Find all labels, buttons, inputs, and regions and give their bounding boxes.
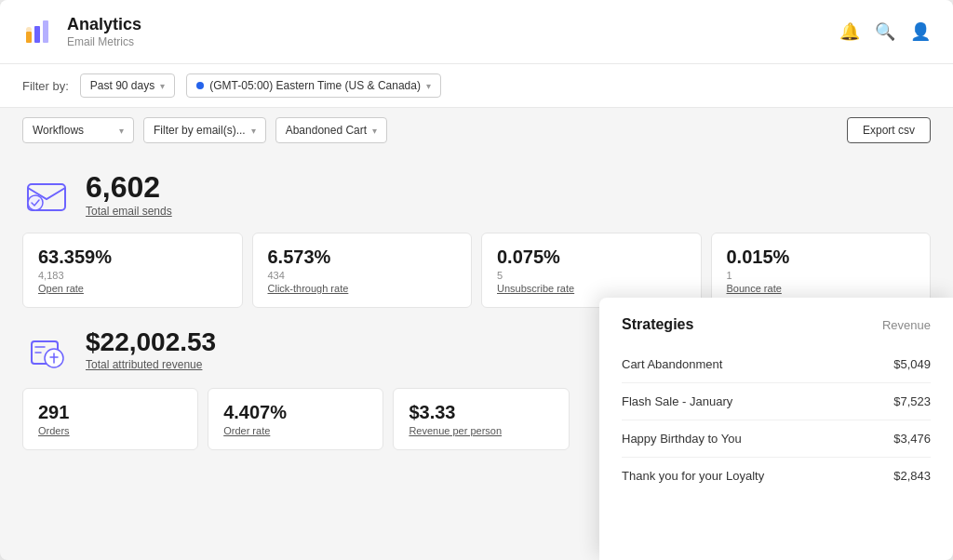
total-sends-value: 6,602 (86, 172, 172, 202)
open-rate-card: 63.359% 4,183 Open rate (22, 233, 243, 308)
ctr-value: 6.573% (268, 247, 457, 268)
svg-rect-2 (43, 20, 48, 43)
rev-per-person-label: Revenue per person (409, 425, 553, 436)
strategy-revenue: $2,843 (893, 469, 931, 483)
open-rate-value: 63.359% (38, 247, 227, 268)
bell-icon[interactable]: 🔔 (839, 21, 860, 42)
strategies-header: Strategies Revenue (622, 316, 931, 333)
orders-card: 291 Orders (22, 388, 198, 450)
strategy-row: Happy Birthday to You $3,476 (622, 420, 931, 458)
chevron-down-icon: ▾ (119, 126, 124, 136)
filter-bar: Filter by: Past 90 days ▾ (GMT-05:00) Ea… (0, 64, 953, 108)
email-filter-label: Filter by email(s)... (154, 124, 246, 137)
filter-label: Filter by: (22, 79, 69, 93)
timezone-filter[interactable]: (GMT-05:00) Eastern Time (US & Canada) ▾ (186, 73, 441, 98)
abandoned-cart-dropdown[interactable]: Abandoned Cart ▾ (275, 117, 387, 143)
chevron-down-icon: ▾ (372, 126, 377, 136)
email-icon (22, 171, 71, 220)
app-logo (22, 13, 56, 50)
svg-rect-0 (26, 32, 32, 43)
app-header: Analytics Email Metrics 🔔 🔍 👤 (0, 0, 953, 64)
unsub-label: Unsubscribe rate (497, 283, 686, 294)
bounce-sub: 1 (727, 270, 916, 281)
strategy-row: Thank you for your Loyalty $2,843 (622, 458, 931, 494)
svg-point-3 (26, 27, 32, 33)
bounce-card: 0.015% 1 Bounce rate (711, 233, 932, 308)
ctr-sub: 434 (268, 270, 457, 281)
header-actions: 🔔 🔍 👤 (839, 21, 931, 42)
total-revenue-value: $22,002.53 (86, 329, 216, 355)
strategy-revenue: $5,049 (893, 357, 931, 371)
strategies-title: Strategies (622, 316, 693, 333)
order-rate-value: 4.407% (223, 402, 368, 423)
strategy-name: Flash Sale - January (622, 394, 732, 408)
workflows-dropdown[interactable]: Workflows ▾ (22, 117, 134, 143)
time-period-value: Past 90 days (90, 79, 154, 92)
abandoned-cart-label: Abandoned Cart (286, 124, 367, 137)
strategies-panel: Strategies Revenue Cart Abandonment $5,0… (599, 298, 953, 560)
total-sends-label[interactable]: Total email sends (86, 205, 172, 218)
workflows-label: Workflows (33, 124, 84, 137)
filter-row-secondary: Workflows ▾ Filter by email(s)... ▾ Aban… (0, 108, 953, 153)
ctr-label: Click-through rate (268, 283, 457, 294)
svg-point-5 (28, 195, 43, 210)
chevron-down-icon: ▾ (160, 81, 165, 91)
revenue-icon (22, 327, 71, 375)
chevron-down-icon: ▾ (251, 126, 256, 136)
export-csv-button[interactable]: Export csv (847, 117, 931, 143)
open-rate-sub: 4,183 (38, 270, 227, 281)
orders-label: Orders (38, 425, 182, 436)
bounce-value: 0.015% (727, 247, 916, 268)
strategies-revenue-column: Revenue (882, 318, 931, 332)
strategy-row: Flash Sale - January $7,523 (622, 383, 931, 420)
strategy-revenue: $3,476 (893, 432, 931, 446)
svg-rect-1 (34, 26, 40, 43)
time-period-filter[interactable]: Past 90 days ▾ (80, 73, 175, 98)
strategy-name: Happy Birthday to You (622, 432, 742, 446)
email-filter-dropdown[interactable]: Filter by email(s)... ▾ (143, 117, 266, 143)
timezone-value: (GMT-05:00) Eastern Time (US & Canada) (209, 79, 421, 92)
orders-value: 291 (38, 402, 182, 423)
open-rate-label: Open rate (38, 283, 227, 294)
ctr-card: 6.573% 434 Click-through rate (252, 233, 473, 308)
user-icon[interactable]: 👤 (910, 21, 931, 42)
order-rate-card: 4.407% Order rate (208, 388, 383, 450)
order-rate-label: Order rate (223, 425, 368, 436)
rev-per-person-card: $3.33 Revenue per person (393, 388, 569, 450)
unsub-card: 0.075% 5 Unsubscribe rate (481, 233, 702, 308)
timezone-dot (196, 82, 204, 89)
strategy-row: Cart Abandonment $5,049 (622, 346, 931, 383)
strategy-name: Thank you for your Loyalty (622, 469, 764, 483)
strategy-revenue: $7,523 (893, 394, 931, 408)
rev-per-person-value: $3.33 (409, 402, 553, 423)
bounce-label: Bounce rate (727, 283, 916, 294)
strategy-name: Cart Abandonment (622, 357, 722, 371)
app-title: Analytics (67, 15, 141, 35)
email-sends-section: 6,602 Total email sends (22, 171, 931, 220)
stats-cards-row: 63.359% 4,183 Open rate 6.573% 434 Click… (22, 233, 931, 308)
unsub-sub: 5 (497, 270, 686, 281)
app-subtitle: Email Metrics (67, 35, 141, 48)
chevron-down-icon: ▾ (426, 81, 431, 91)
total-revenue-label[interactable]: Total attributed revenue (86, 358, 202, 371)
unsub-value: 0.075% (497, 247, 686, 268)
search-icon[interactable]: 🔍 (875, 21, 895, 42)
